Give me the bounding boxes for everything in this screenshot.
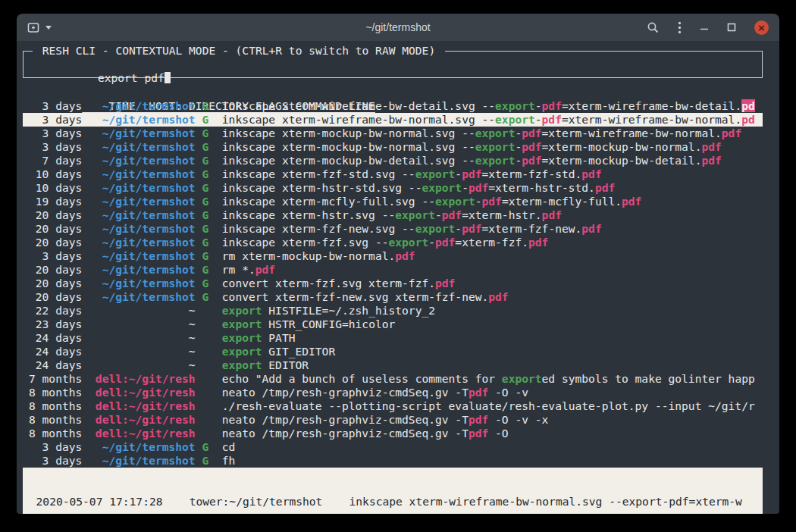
command-segment: pdf bbox=[488, 290, 508, 303]
history-row[interactable]: 20 days ~/git/termshot G convert xterm-f… bbox=[23, 277, 763, 290]
restore-icon bbox=[727, 23, 736, 32]
flags bbox=[196, 427, 222, 440]
command-segment: inkscape xterm-mockup-bw-normal.svg -- bbox=[222, 127, 475, 139]
command-segment: inkscape xterm-hstr.svg -- bbox=[222, 208, 395, 221]
command-segment: pdf bbox=[622, 195, 641, 208]
command-segment: export bbox=[415, 167, 456, 180]
flags: G bbox=[196, 208, 222, 221]
command-segment: HSTR_CONFIG=hicolor bbox=[262, 318, 396, 330]
profile-dropdown-button[interactable] bbox=[45, 26, 52, 30]
search-input-line[interactable]: export pdf bbox=[24, 52, 762, 99]
host-directory: ~/git/termshot bbox=[89, 99, 196, 112]
host-directory: ~ bbox=[89, 358, 196, 371]
host-directory: ~/git/termshot bbox=[89, 167, 196, 180]
command-segment: =xterm-mcfly-full. bbox=[502, 195, 622, 208]
history-row[interactable]: 8 months dell:~/git/resh ./resh-evaluate… bbox=[23, 399, 763, 413]
flags: G bbox=[196, 249, 222, 262]
history-row[interactable]: 22 days ~ export HISTFILE=~/.zsh_history… bbox=[23, 304, 763, 318]
flags: G bbox=[196, 181, 222, 194]
history-row[interactable]: 3 days ~/git/termshot G cd bbox=[23, 440, 763, 454]
history-row[interactable]: 3 days ~/git/termshot G rm xterm-mockup-… bbox=[23, 249, 763, 263]
search-box-title: RESH CLI - CONTEXTUAL MODE - (CTRL+R to … bbox=[33, 44, 445, 58]
command-segment: neato /tmp/resh-graphviz-cmdSeq.gv -T bbox=[222, 427, 469, 440]
flags: G bbox=[196, 454, 222, 467]
command-segment: =xterm-wireframe-bw-normal. bbox=[562, 113, 741, 126]
history-row[interactable]: 10 days ~/git/termshot G inkscape xterm-… bbox=[23, 181, 763, 195]
command-segment: inkscape xterm-mcfly-full.svg -- bbox=[222, 195, 435, 208]
command-segment: inkscape xterm-fzf-new.svg -- bbox=[222, 222, 415, 235]
host-directory: ~/git/termshot bbox=[89, 181, 196, 194]
history-row[interactable]: 24 days ~ export PATH bbox=[23, 331, 763, 345]
command-segment: pdf bbox=[255, 263, 275, 276]
host-directory: dell:~/git/resh bbox=[89, 413, 196, 426]
history-row[interactable]: 24 days ~ export GIT_EDITOR bbox=[23, 345, 763, 358]
kebab-menu-icon bbox=[678, 21, 682, 34]
history-row[interactable]: 3 days ~/git/termshot G inkscape xterm-w… bbox=[23, 99, 763, 113]
command-segment: pdf bbox=[542, 99, 562, 112]
history-row[interactable]: 3 days ~/git/termshot G inkscape xterm-m… bbox=[23, 127, 763, 140]
command-segment: pdf bbox=[722, 127, 741, 139]
command-segment: export bbox=[415, 222, 456, 235]
flags: G bbox=[196, 195, 222, 208]
search-button[interactable] bbox=[647, 21, 660, 34]
command-segment: pdf bbox=[701, 140, 721, 153]
command-segment: inkscape xterm-mockup-bw-detail.svg -- bbox=[222, 154, 475, 167]
command-segment: - bbox=[475, 195, 482, 208]
history-row[interactable]: 24 days ~ export EDITOR bbox=[23, 358, 763, 372]
titlebar[interactable]: ~/git/termshot bbox=[17, 14, 779, 41]
history-row[interactable]: 19 days ~/git/termshot G inkscape xterm-… bbox=[23, 195, 763, 208]
history-row[interactable]: 7 months dell:~/git/resh echo "Add a bun… bbox=[23, 372, 763, 386]
history-row-selected[interactable]: 3 days ~/git/termshot G inkscape xterm-w… bbox=[23, 113, 763, 127]
command-segment: =xterm-fzf. bbox=[455, 236, 528, 249]
flags bbox=[196, 372, 222, 385]
close-button[interactable]: × bbox=[754, 20, 769, 35]
command-segment: rm *. bbox=[222, 263, 255, 276]
history-row[interactable]: 8 months dell:~/git/resh neato /tmp/resh… bbox=[23, 413, 763, 427]
search-box[interactable]: RESH CLI - CONTEXTUAL MODE - (CTRL+R to … bbox=[23, 51, 763, 78]
host-directory: ~/git/termshot bbox=[89, 127, 196, 139]
command-segment: export bbox=[222, 331, 262, 344]
command-segment: =xterm-hstr-std. bbox=[488, 181, 595, 194]
restore-button[interactable] bbox=[727, 23, 736, 32]
history-row[interactable]: 3 days ~/git/termshot G fh bbox=[23, 454, 763, 468]
command-segment: export bbox=[222, 358, 262, 371]
command-segment: EDITOR bbox=[262, 358, 309, 371]
history-row[interactable]: 20 days ~/git/termshot G inkscape xterm-… bbox=[23, 236, 763, 249]
command-segment: export bbox=[422, 181, 462, 194]
menu-button[interactable] bbox=[678, 21, 682, 34]
host-directory: dell:~/git/resh bbox=[89, 399, 196, 412]
minimize-button[interactable] bbox=[700, 23, 709, 32]
command-segment: pdf bbox=[469, 181, 488, 194]
command-segment: inkscape xterm-mockup-bw-normal.svg -- bbox=[222, 140, 475, 153]
history-row[interactable]: 10 days ~/git/termshot G inkscape xterm-… bbox=[23, 167, 763, 181]
command-segment: export bbox=[475, 154, 516, 167]
history-row[interactable]: 23 days ~ export HSTR_CONFIG=hicolor bbox=[23, 318, 763, 331]
command-segment: - bbox=[535, 113, 542, 126]
search-input[interactable]: export pdf bbox=[98, 71, 165, 84]
flags: G bbox=[196, 99, 222, 112]
command-segment: =xterm-hstr. bbox=[462, 208, 541, 221]
history-row[interactable]: 3 days ~/git/termshot G inkscape xterm-m… bbox=[23, 140, 763, 154]
command-segment: pd bbox=[741, 113, 755, 126]
command-segment: HISTFILE=~/.zsh_history_2 bbox=[262, 304, 435, 317]
host-directory: dell:~/git/resh bbox=[89, 427, 196, 440]
history-row[interactable]: 7 days ~/git/termshot G inkscape xterm-m… bbox=[23, 154, 763, 167]
command-segment: - bbox=[455, 167, 462, 180]
history-row[interactable]: 20 days ~/git/termshot G inkscape xterm-… bbox=[23, 208, 763, 222]
history-row[interactable]: 20 days ~/git/termshot G inkscape xterm-… bbox=[23, 222, 763, 236]
flags: G bbox=[196, 140, 222, 153]
flags: G bbox=[196, 113, 222, 126]
host-directory: ~/git/termshot bbox=[89, 140, 196, 153]
command-segment: pdf bbox=[581, 222, 601, 235]
command-segment: -O -v bbox=[488, 386, 528, 399]
history-row[interactable]: 20 days ~/git/termshot G rm *.pdf bbox=[23, 263, 763, 277]
history-row[interactable]: 8 months dell:~/git/resh neato /tmp/resh… bbox=[23, 386, 763, 399]
history-row[interactable]: 8 months dell:~/git/resh neato /tmp/resh… bbox=[23, 427, 763, 440]
command-segment: pdf bbox=[522, 140, 541, 153]
history-row[interactable]: 20 days ~/git/termshot G convert xterm-f… bbox=[23, 290, 763, 304]
host-directory: dell:~/git/resh bbox=[89, 386, 196, 399]
command-segment: export bbox=[222, 318, 262, 330]
command-segment: export bbox=[475, 140, 516, 153]
command-segment: pdf bbox=[469, 386, 488, 399]
new-terminal-button[interactable] bbox=[27, 22, 40, 33]
